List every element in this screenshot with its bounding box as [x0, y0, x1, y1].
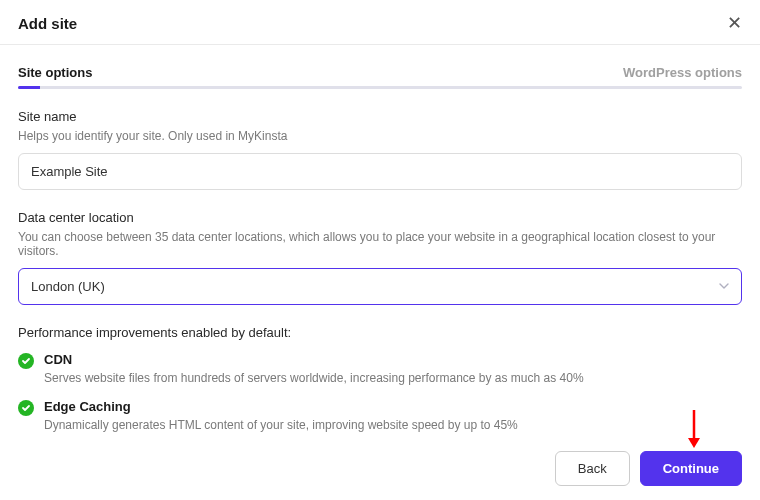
- step-indicator: Site options WordPress options: [0, 45, 760, 86]
- modal-header: Add site ✕: [0, 0, 760, 45]
- close-button[interactable]: ✕: [727, 14, 742, 32]
- form-content: Site name Helps you identify your site. …: [0, 89, 760, 432]
- site-name-input[interactable]: [18, 153, 742, 190]
- check-icon: [18, 353, 34, 369]
- data-center-select[interactable]: London (UK): [18, 268, 742, 305]
- step-next: WordPress options: [623, 65, 742, 80]
- close-icon: ✕: [727, 13, 742, 33]
- performance-item-name: CDN: [44, 352, 742, 367]
- site-name-label: Site name: [18, 109, 742, 124]
- step-current: Site options: [18, 65, 92, 80]
- site-name-field: Site name Helps you identify your site. …: [18, 109, 742, 190]
- performance-item-desc: Serves website files from hundreds of se…: [44, 371, 742, 385]
- performance-title: Performance improvements enabled by defa…: [18, 325, 742, 340]
- site-name-help: Helps you identify your site. Only used …: [18, 129, 742, 143]
- performance-item: Edge Caching Dynamically generates HTML …: [18, 399, 742, 432]
- data-center-field: Data center location You can choose betw…: [18, 210, 742, 305]
- check-icon: [18, 400, 34, 416]
- back-button[interactable]: Back: [555, 451, 630, 486]
- performance-item-name: Edge Caching: [44, 399, 742, 414]
- modal-footer: Back Continue: [0, 439, 760, 500]
- performance-item: CDN Serves website files from hundreds o…: [18, 352, 742, 385]
- performance-item-desc: Dynamically generates HTML content of yo…: [44, 418, 742, 432]
- data-center-help: You can choose between 35 data center lo…: [18, 230, 742, 258]
- data-center-label: Data center location: [18, 210, 742, 225]
- modal-title: Add site: [18, 15, 77, 32]
- continue-button[interactable]: Continue: [640, 451, 742, 486]
